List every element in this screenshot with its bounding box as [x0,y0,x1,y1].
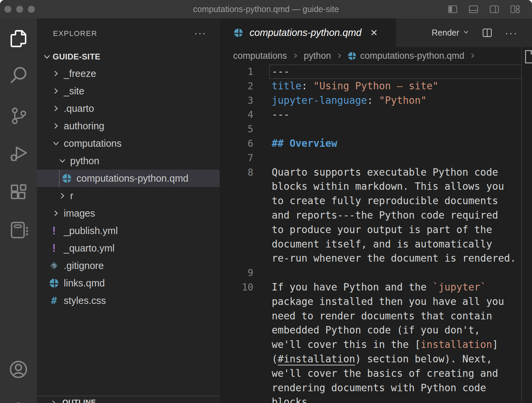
line-number: 10 [220,280,253,295]
activity-extensions-icon[interactable] [8,182,29,204]
sidebar-item--site[interactable]: _site [37,82,220,100]
line-number: 7 [220,151,253,165]
chevron-right-icon [50,399,58,403]
render-label: Render [432,28,459,38]
code-line[interactable]: 7 [220,151,532,165]
chevron-right-icon [52,209,60,220]
tab-title: computations-python.qmd [250,27,362,38]
sidebar-item--quarto-yml[interactable]: !_quarto.yml [37,239,220,257]
code-line[interactable]: 8Quarto supports executable Python code [220,165,532,180]
code-text: blocks [253,395,308,403]
file-tree: _freeze_site.quartoauthoringcomputations… [37,65,220,309]
sidebar-item--quarto[interactable]: .quarto [37,100,220,117]
code-text: (#installation) section below). Next, [253,352,492,366]
code-line[interactable]: we'll cover the basics of creating and [220,366,532,381]
split-editor-icon[interactable] [482,27,493,38]
code-text: Quarto supports executable Python code [253,165,498,180]
file-label: links.qmd [64,274,105,292]
sidebar-item-links-qmd[interactable]: links.qmd [37,274,220,292]
layout-customize-icon[interactable] [510,4,521,15]
yaml-file-icon: ! [49,243,59,253]
tab-bar: computations-python.qmd ✕ Render ··· [220,18,532,47]
breadcrumb-item[interactable]: computations-python.qmd [360,51,465,61]
layout-panel-icon[interactable] [468,4,479,15]
code-line[interactable]: (#installation) section below). Next, [220,352,532,366]
code-line[interactable]: 10If you have Python and the `jupyter` [220,280,532,295]
activity-bar [0,18,37,403]
sidebar-header: EXPLORER ··· [37,18,220,49]
activity-settings-icon[interactable] [8,399,29,403]
sidebar-item-root-folder[interactable]: GUIDE-SITE [37,49,220,65]
line-number [220,381,253,395]
code-line[interactable]: and reports---the Python code required [220,208,532,223]
sidebar-item-r[interactable]: r [37,187,220,205]
sidebar-item-computations[interactable]: computations [37,135,220,152]
activity-run-debug-icon[interactable] [8,142,29,164]
explorer-more-icon[interactable]: ··· [194,18,206,47]
close-tab-icon[interactable]: ✕ [370,28,378,38]
activity-account-icon[interactable] [8,359,29,380]
more-actions-icon[interactable]: ··· [505,27,518,39]
outline-section[interactable]: OUTLINE [37,396,220,403]
sidebar-item-computations-python-qmd[interactable]: computations-python.qmd [37,170,220,187]
file-label: _quarto.yml [64,239,115,257]
code-line[interactable]: 6## Overview [220,136,532,151]
code-text: ## Overview [253,136,337,151]
code-text: we'll cover this in the [installation] [253,338,498,352]
breadcrumb-item[interactable]: python [304,51,331,61]
code-text: re-run whenever the document is rendered… [253,251,516,266]
activity-notebook-icon[interactable] [8,219,29,241]
breadcrumb-item[interactable]: computations [233,51,287,61]
sidebar-item-images[interactable]: images [37,205,220,222]
code-line[interactable]: need to render documents that contain [220,309,532,323]
activity-explorer-icon[interactable] [8,28,29,49]
code-line[interactable]: 9 [220,266,532,280]
chevron-down-icon [58,156,67,168]
code-line[interactable]: embedded Python code (if you don't, [220,323,532,338]
activity-search-icon[interactable] [8,65,29,86]
code-line[interactable]: 5 [220,122,532,136]
sidebar-item-authoring[interactable]: authoring [37,117,220,135]
code-line[interactable]: to create fully reproducible documents [220,194,532,208]
code-line[interactable]: re-run whenever the document is rendered… [220,251,532,266]
css-file-icon: # [49,296,59,306]
breadcrumb: computations python computations-python.… [220,47,532,64]
layout-sidebar-right-icon[interactable] [489,4,500,15]
tab-computations-python[interactable]: computations-python.qmd ✕ [220,18,396,47]
code-line[interactable]: we'll cover this in the [installation] [220,338,532,352]
file-label: r [70,187,73,205]
code-line[interactable]: rendering documents with Python code [220,381,532,395]
code-editor[interactable]: 1---2title: "Using Python — site"3jupyte… [220,64,532,403]
editor-group: computations-python.qmd ✕ Render ··· com… [220,18,532,403]
code-line[interactable]: 4--- [220,107,532,122]
code-line[interactable]: package installed then you have all you [220,295,532,309]
line-number [220,223,253,237]
code-line[interactable]: blocks within markdown. This allows you [220,179,532,194]
file-label: authoring [64,117,104,135]
code-line[interactable]: blocks [220,395,532,403]
line-number: 6 [220,136,253,151]
render-button[interactable]: Render [432,28,470,38]
line-number: 9 [220,266,253,280]
quarto-file-icon [234,28,243,37]
code-line[interactable]: 2title: "Using Python — site" [220,79,532,93]
code-line[interactable]: 3jupyter-language: "Python" [220,93,532,108]
layout-sidebar-left-icon[interactable] [447,4,458,15]
scrollbar[interactable] [521,47,522,403]
line-number: 8 [220,165,253,180]
titlebar[interactable]: computations-python.qmd — guide-site [0,0,532,18]
code-line[interactable]: document itself, and is automatically [220,237,532,252]
code-line[interactable]: 1--- [220,64,532,79]
sidebar-item--gitignore[interactable]: .gitignore [37,257,220,274]
activity-source-control-icon[interactable] [8,105,29,127]
sidebar-item--publish-yml[interactable]: !_publish.yml [37,222,220,239]
root-folder-label: GUIDE-SITE [53,49,100,65]
sidebar-item-python[interactable]: python [37,152,220,170]
line-number [220,295,253,309]
sidebar-item--freeze[interactable]: _freeze [37,65,220,82]
code-text [253,266,272,280]
sidebar-item-styles-css[interactable]: #styles.css [37,292,220,309]
outline-label: OUTLINE [62,398,96,403]
current-line-highlight [269,64,522,79]
code-line[interactable]: to produce your output is part of the [220,223,532,237]
